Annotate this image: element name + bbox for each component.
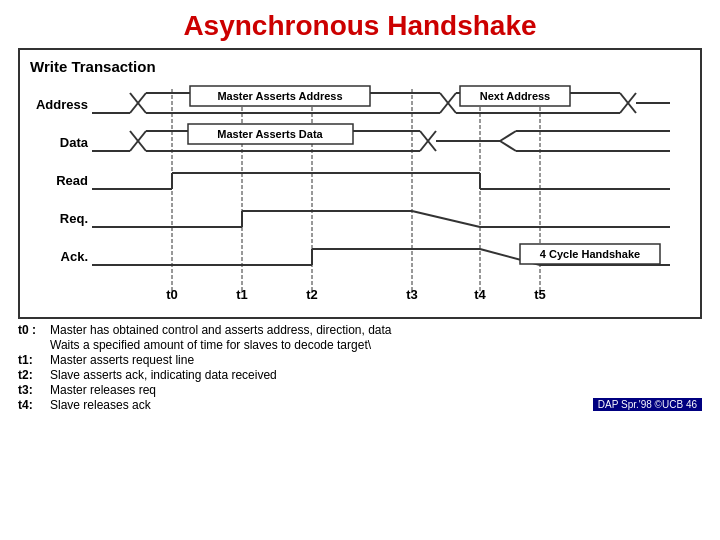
waveform-svg: Address Data Read Req. Ack. Master Asser… bbox=[30, 81, 690, 311]
desc-text-t3: Master releases req bbox=[50, 383, 156, 397]
svg-text:Master Asserts Data: Master Asserts Data bbox=[217, 128, 323, 140]
desc-text-t2: Slave asserts ack, indicating data recei… bbox=[50, 368, 277, 382]
svg-text:Read: Read bbox=[56, 173, 88, 188]
svg-text:Req.: Req. bbox=[60, 211, 88, 226]
write-transaction-box: Write Transaction bbox=[18, 48, 702, 319]
desc-key-t0: t0 : bbox=[18, 323, 50, 337]
desc-row-t4: t4: Slave releases ack DAP Spr.'98 ©UCB … bbox=[18, 398, 702, 412]
desc-row-t0: t0 : Master has obtained control and ass… bbox=[18, 323, 702, 337]
desc-key-t3: t3: bbox=[18, 383, 50, 397]
svg-line-27 bbox=[500, 141, 516, 151]
desc-key-t4: t4: bbox=[18, 398, 50, 412]
desc-key-t1: t1: bbox=[18, 353, 50, 367]
write-transaction-label: Write Transaction bbox=[30, 58, 690, 75]
descriptions-section: t0 : Master has obtained control and ass… bbox=[18, 323, 702, 412]
svg-text:Data: Data bbox=[60, 135, 89, 150]
svg-text:t0: t0 bbox=[166, 287, 178, 302]
svg-text:t2: t2 bbox=[306, 287, 318, 302]
svg-text:Next Address: Next Address bbox=[480, 90, 551, 102]
svg-text:4 Cycle Handshake: 4 Cycle Handshake bbox=[540, 248, 640, 260]
svg-text:Address: Address bbox=[36, 97, 88, 112]
desc-text-t4: Slave releases ack bbox=[50, 398, 151, 412]
desc-row-t3: t3: Master releases req bbox=[18, 383, 702, 397]
page-title: Asynchronous Handshake bbox=[0, 0, 720, 48]
svg-text:Ack.: Ack. bbox=[61, 249, 88, 264]
svg-line-38 bbox=[412, 211, 480, 227]
svg-text:t3: t3 bbox=[406, 287, 418, 302]
desc-text-t0: Master has obtained control and asserts … bbox=[50, 323, 392, 337]
desc-text-t0b: Waits a specified amount of time for sla… bbox=[50, 338, 371, 352]
desc-row-t2: t2: Slave asserts ack, indicating data r… bbox=[18, 368, 702, 382]
svg-text:t4: t4 bbox=[474, 287, 486, 302]
svg-text:Master Asserts Address: Master Asserts Address bbox=[217, 90, 342, 102]
svg-line-26 bbox=[500, 131, 516, 141]
desc-row-t1: t1: Master asserts request line bbox=[18, 353, 702, 367]
svg-text:t5: t5 bbox=[534, 287, 546, 302]
desc-row-t0b: Waits a specified amount of time for sla… bbox=[18, 338, 702, 352]
desc-key-t2: t2: bbox=[18, 368, 50, 382]
dap-badge: DAP Spr.'98 ©UCB 46 bbox=[593, 398, 702, 411]
desc-text-t1: Master asserts request line bbox=[50, 353, 194, 367]
diagram-area: Address Data Read Req. Ack. Master Asser… bbox=[30, 81, 690, 311]
svg-text:t1: t1 bbox=[236, 287, 248, 302]
